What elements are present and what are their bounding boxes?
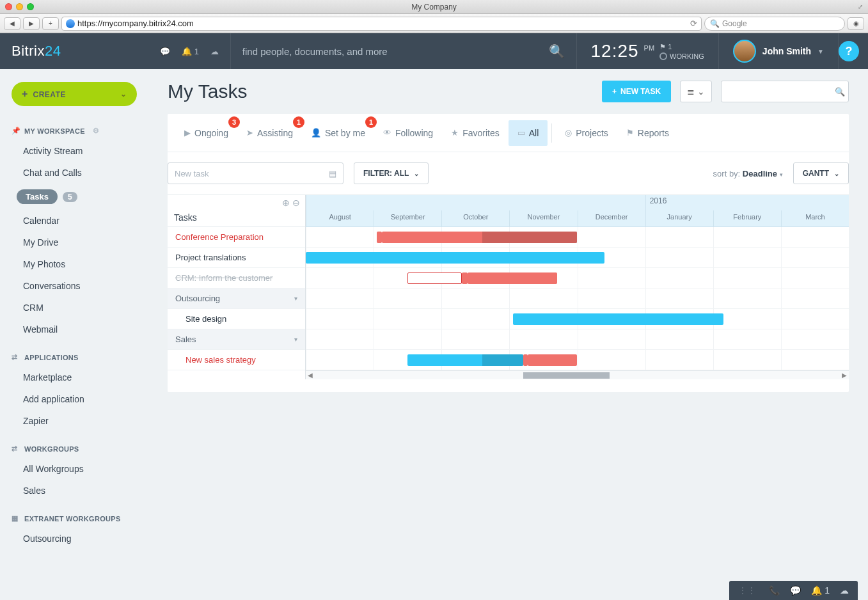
browser-add-button[interactable]: + (42, 17, 59, 30)
tab-assisting[interactable]: ➤Assisting1 (237, 120, 302, 146)
tab-set-by-me[interactable]: 👤Set by me1 (302, 120, 374, 146)
plus-icon: + (612, 87, 617, 96)
global-search-input[interactable] (242, 46, 541, 57)
gantt-task-row[interactable]: New sales strategy (168, 350, 305, 370)
flag-icon: ⚑ (626, 128, 634, 138)
clock-time: 12:25 (591, 41, 639, 61)
tab-following[interactable]: 👁Following (374, 120, 442, 146)
scrollbar-thumb[interactable] (523, 372, 610, 379)
gantt-task-row[interactable]: Conference Preparation (168, 227, 305, 248)
gear-icon[interactable]: ⚙ (93, 127, 99, 135)
new-task-button[interactable]: + NEW TASK (602, 81, 671, 102)
sidebar-item-webmail[interactable]: Webmail (0, 319, 148, 340)
gantt-bar[interactable] (407, 354, 523, 366)
sidebar-section-header[interactable]: ⇄APPLICATIONS (0, 348, 148, 367)
scroll-left-icon[interactable]: ◀ (306, 372, 315, 379)
sidebar-item-conversations[interactable]: Conversations (0, 275, 148, 297)
person-icon: 👤 (311, 128, 321, 138)
sidebar-item-sales[interactable]: Sales (0, 480, 148, 501)
clock-widget[interactable]: 12:25 PM ⚑ 1 WORKING (577, 41, 718, 61)
app-topbar: Bitrix24 💬 🔔 1 ☁ 🔍 12:25 PM ⚑ 1 WORKING … (0, 33, 868, 69)
sidebar-section-header[interactable]: ▦EXTRANET WORKGROUPS (0, 509, 148, 528)
gantt-bar[interactable] (513, 313, 723, 325)
sidebar-item-add-application[interactable]: Add application (0, 388, 148, 410)
sidebar-item-activity-stream[interactable]: Activity Stream (0, 140, 148, 162)
browser-url-bar[interactable]: https://mycompany.bitrix24.com ⟳ (61, 17, 702, 31)
chat-icon[interactable]: 💬 (160, 47, 170, 56)
sidebar-item-outsourcing[interactable]: Outsourcing (0, 528, 148, 549)
sidebar-item-chat-and-calls[interactable]: Chat and Calls (0, 162, 148, 184)
new-task-input[interactable]: New task ▤ (168, 162, 343, 184)
reload-icon[interactable]: ⟳ (690, 19, 697, 28)
sidebar-section-header[interactable]: ⇄WORKGROUPS (0, 439, 148, 458)
sidebar-item-tasks[interactable]: Tasks5 (0, 184, 148, 210)
sort-options-button[interactable]: ≣ ⌄ (680, 81, 712, 102)
gantt-bar[interactable] (462, 272, 467, 284)
gantt-bar[interactable] (528, 354, 577, 366)
browser-back-button[interactable]: ◀ (4, 17, 20, 30)
chevron-down-icon[interactable]: ▾ (294, 295, 297, 302)
gantt-task-row[interactable]: CRM: Inform the customer (168, 268, 305, 288)
scroll-right-icon[interactable]: ▶ (840, 372, 849, 379)
list-icon[interactable]: ▤ (329, 169, 336, 178)
gantt-bar[interactable] (306, 252, 604, 264)
gantt-bar-row (306, 350, 849, 370)
gantt-scrollbar[interactable]: ◀ ▶ (306, 370, 849, 379)
gantt-task-row[interactable]: Site design (168, 309, 305, 329)
zoom-out-icon[interactable]: ⊖ (292, 198, 300, 208)
gantt-bar[interactable] (468, 272, 557, 284)
notifications-icon[interactable]: 🔔 1 (182, 47, 199, 56)
gantt-bar[interactable] (377, 232, 381, 243)
gantt-bar[interactable] (382, 232, 578, 243)
globe-icon (66, 19, 75, 28)
browser-user-button[interactable]: ◉ (848, 17, 864, 30)
cloud-icon[interactable]: ☁ (840, 585, 849, 596)
user-menu[interactable]: John Smith ▼ (719, 40, 838, 63)
sidebar-section-header[interactable]: 📌MY WORKSPACE⚙ (0, 122, 148, 140)
search-icon[interactable]: 🔍 (549, 43, 565, 59)
filter-button[interactable]: FILTER: ALL ⌄ (354, 162, 429, 184)
gantt-bar-row (306, 268, 849, 288)
ring-icon: ◎ (565, 128, 572, 138)
create-button[interactable]: + CREATE ⌄ (12, 82, 137, 106)
tab-favorites[interactable]: ★Favorites (442, 120, 509, 146)
gantt-bar[interactable] (523, 354, 528, 366)
main-content: My Tasks + NEW TASK ≣ ⌄ 🔍 ▶Ongoing3➤Assi… (148, 33, 868, 600)
phone-icon[interactable]: 📞 (769, 585, 780, 596)
grid-icon: ▦ (12, 514, 20, 523)
grip-icon[interactable]: ⋮⋮ (738, 585, 756, 596)
sort-by-label[interactable]: sort by: Deadline ▾ (713, 169, 783, 178)
chat-icon[interactable]: 💬 (790, 585, 801, 596)
task-search-box[interactable]: 🔍 (721, 81, 849, 102)
browser-forward-button[interactable]: ▶ (23, 17, 40, 30)
gantt-task-row[interactable]: Outsourcing▾ (168, 288, 305, 309)
gantt-bar-row (306, 248, 849, 268)
task-search-input[interactable] (727, 87, 835, 97)
sidebar-item-crm[interactable]: CRM (0, 297, 148, 319)
tab-projects[interactable]: ◎Projects (556, 120, 617, 146)
sidebar-item-marketplace[interactable]: Marketplace (0, 367, 148, 388)
sidebar-item-calendar[interactable]: Calendar (0, 210, 148, 232)
cloud-icon[interactable]: ☁ (210, 47, 219, 56)
sidebar-item-my-drive[interactable]: My Drive (0, 232, 148, 253)
tab-reports[interactable]: ⚑Reports (617, 120, 678, 146)
tab-ongoing[interactable]: ▶Ongoing3 (175, 120, 237, 146)
chevron-down-icon: ⌄ (414, 170, 419, 177)
gantt-task-row[interactable]: Project translations (168, 248, 305, 268)
zoom-in-icon[interactable]: ⊕ (282, 198, 290, 208)
sidebar-item-my-photos[interactable]: My Photos (0, 253, 148, 275)
help-button[interactable]: ? (839, 41, 859, 61)
tab-all[interactable]: ▭All (509, 120, 548, 146)
sidebar-item-zapier[interactable]: Zapier (0, 410, 148, 432)
gantt-bar[interactable] (407, 272, 462, 284)
user-name: John Smith (762, 46, 811, 56)
chevron-down-icon: ⌄ (834, 170, 839, 177)
view-mode-button[interactable]: GANTT ⌄ (793, 162, 849, 184)
notifications-icon[interactable]: 🔔 1 (811, 585, 830, 596)
browser-search-box[interactable]: 🔍 Google (704, 17, 845, 31)
app-logo[interactable]: Bitrix24 (0, 43, 148, 59)
global-search[interactable]: 🔍 (231, 33, 576, 69)
gantt-task-row[interactable]: Sales▾ (168, 329, 305, 350)
sidebar-item-all-workgroups[interactable]: All Workgroups (0, 458, 148, 480)
chevron-down-icon[interactable]: ▾ (294, 336, 297, 343)
